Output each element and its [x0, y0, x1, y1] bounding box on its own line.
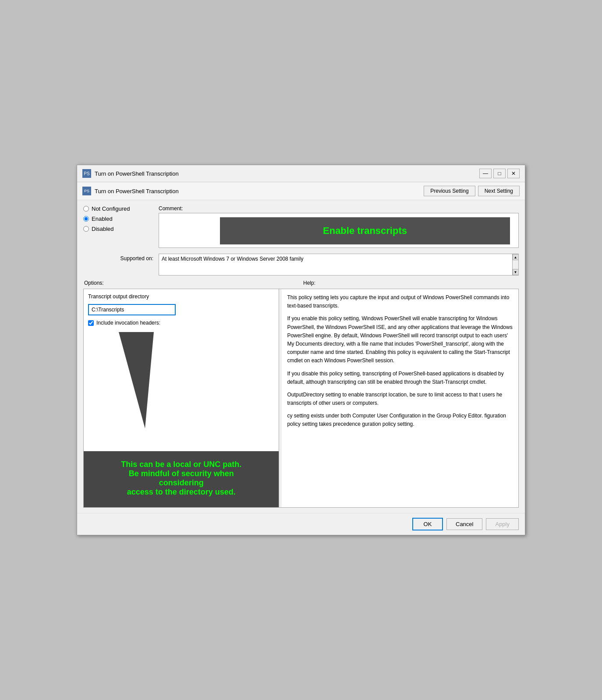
dialog-content: Not Configured Enabled Disabled Comment: — [77, 200, 525, 513]
comment-box-wrapper: Enable transcripts — [159, 213, 519, 249]
toolbar-left: PS Turn on PowerShell Transcription — [82, 187, 179, 195]
next-setting-button[interactable]: Next Setting — [478, 186, 520, 196]
options-overlay-text: This can be a local or UNC path.Be mindf… — [121, 460, 241, 496]
radio-disabled-label: Disabled — [92, 226, 114, 232]
transcript-directory-input[interactable] — [88, 304, 176, 315]
comment-label: Comment: — [159, 205, 519, 212]
window-title: Turn on PowerShell Transcription — [95, 170, 179, 177]
help-panel: This policy setting lets you capture the… — [282, 289, 518, 507]
annotation-banner: Enable transcripts — [220, 217, 510, 244]
title-bar-left: PS Turn on PowerShell Transcription — [82, 169, 179, 178]
maximize-button[interactable]: □ — [493, 169, 506, 178]
help-paragraph-1: This policy setting lets you capture the… — [287, 293, 513, 310]
radio-not-configured-label: Not Configured — [92, 205, 130, 212]
ok-button[interactable]: OK — [412, 518, 443, 530]
invocation-headers-label: Include invocation headers: — [96, 320, 160, 326]
options-panel: Transcript output directory Include invo… — [84, 289, 279, 507]
options-section-header: Options: — [84, 280, 299, 286]
scroll-down-arrow[interactable]: ▼ — [513, 269, 519, 275]
apply-button[interactable]: Apply — [486, 518, 519, 530]
close-button[interactable]: ✕ — [507, 169, 520, 178]
bottom-bar: OK Cancel Apply — [77, 513, 525, 535]
radio-disabled-input[interactable] — [83, 226, 89, 232]
cancel-button[interactable]: Cancel — [446, 518, 482, 530]
radio-enabled-input[interactable] — [83, 216, 89, 222]
title-bar-controls: — □ ✕ — [479, 169, 520, 178]
toolbar-buttons: Previous Setting Next Setting — [424, 186, 520, 196]
title-bar: PS Turn on PowerShell Transcription — □ … — [77, 165, 525, 182]
minimize-button[interactable]: — — [479, 169, 492, 178]
options-overlay: This can be a local or UNC path.Be mindf… — [84, 451, 279, 507]
radio-not-configured-input[interactable] — [83, 206, 89, 212]
help-section-header: Help: — [299, 280, 518, 286]
toolbar-title: Turn on PowerShell Transcription — [95, 188, 179, 194]
help-paragraph-2: If you enable this policy setting, Windo… — [287, 315, 513, 365]
radio-enabled-label: Enabled — [92, 216, 113, 222]
toolbar-icon: PS — [82, 187, 91, 195]
invocation-headers-row: Include invocation headers: — [88, 320, 274, 326]
invocation-headers-checkbox[interactable] — [88, 320, 94, 326]
main-window: PS Turn on PowerShell Transcription — □ … — [77, 165, 525, 535]
radio-enabled[interactable]: Enabled — [83, 216, 153, 222]
supported-row: Supported on: At least Microsoft Windows… — [83, 254, 519, 276]
radio-comment-row: Not Configured Enabled Disabled Comment: — [83, 205, 519, 249]
radio-not-configured[interactable]: Not Configured — [83, 205, 153, 212]
help-paragraph-3: If you disable this policy setting, tran… — [287, 370, 513, 386]
supported-box: At least Microsoft Windows 7 or Windows … — [159, 254, 519, 276]
comment-section: Comment: Enable transcripts — [159, 205, 519, 249]
radio-group: Not Configured Enabled Disabled — [83, 205, 153, 232]
scroll-up-arrow[interactable]: ▲ — [513, 254, 519, 260]
help-paragraph-5: cy setting exists under both Computer Us… — [287, 412, 513, 428]
toolbar: PS Turn on PowerShell Transcription Prev… — [77, 182, 525, 200]
prev-setting-button[interactable]: Previous Setting — [424, 186, 475, 196]
triangle-arrow — [119, 332, 154, 428]
radio-disabled[interactable]: Disabled — [83, 226, 153, 232]
supported-scrollbar: ▲ ▼ — [512, 254, 518, 275]
options-panel-title: Transcript output directory — [88, 293, 274, 300]
main-panels: Transcript output directory Include invo… — [83, 289, 519, 508]
powershell-icon: PS — [82, 169, 91, 178]
supported-text: At least Microsoft Windows 7 or Windows … — [162, 256, 303, 262]
help-paragraph-4: OutputDirectory setting to enable transc… — [287, 391, 513, 407]
section-headers: Options: Help: — [83, 280, 519, 286]
supported-label: Supported on: — [83, 254, 153, 262]
